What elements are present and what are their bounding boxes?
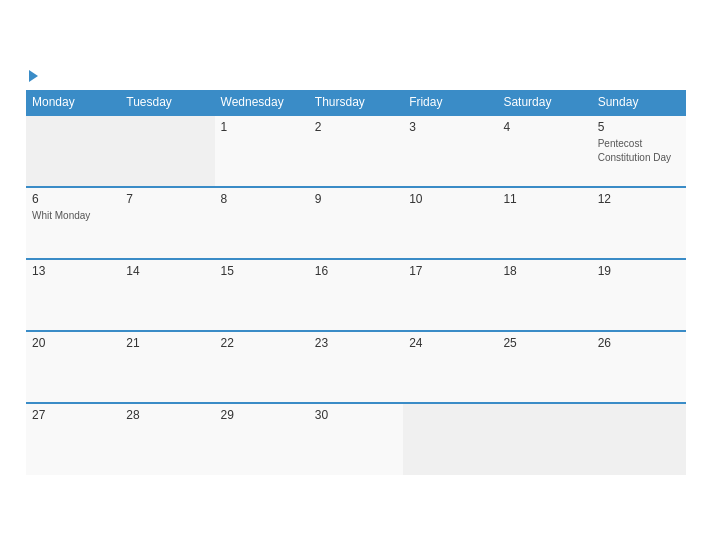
day-number: 9 [315,192,397,206]
logo [26,70,38,82]
logo-line2 [26,70,38,82]
day-number: 3 [409,120,491,134]
week-row-5: 27282930 [26,403,686,475]
day-number: 1 [221,120,303,134]
day-number: 23 [315,336,397,350]
calendar-cell: 9 [309,187,403,259]
col-header-thursday: Thursday [309,90,403,115]
day-number: 8 [221,192,303,206]
calendar-cell: 7 [120,187,214,259]
calendar-cell: 15 [215,259,309,331]
calendar-cell: 6Whit Monday [26,187,120,259]
calendar-cell: 11 [497,187,591,259]
day-number: 24 [409,336,491,350]
calendar-cell: 25 [497,331,591,403]
calendar-cell: 23 [309,331,403,403]
holiday-label: PentecostConstitution Day [598,138,671,163]
calendar-cell: 27 [26,403,120,475]
day-number: 4 [503,120,585,134]
logo-triangle-icon [29,70,38,82]
calendar-cell: 16 [309,259,403,331]
calendar-cell: 28 [120,403,214,475]
day-number: 18 [503,264,585,278]
holiday-label: Whit Monday [32,210,90,221]
day-number: 14 [126,264,208,278]
calendar-cell [403,403,497,475]
calendar-grid: MondayTuesdayWednesdayThursdayFridaySatu… [26,90,686,475]
day-number: 19 [598,264,680,278]
calendar-cell [497,403,591,475]
day-number: 7 [126,192,208,206]
calendar-cell: 20 [26,331,120,403]
week-row-3: 13141516171819 [26,259,686,331]
calendar-cell: 4 [497,115,591,187]
day-number: 5 [598,120,680,134]
day-number: 13 [32,264,114,278]
calendar-cell [26,115,120,187]
col-header-sunday: Sunday [592,90,686,115]
calendar-cell: 14 [120,259,214,331]
calendar-cell: 21 [120,331,214,403]
calendar-cell: 1 [215,115,309,187]
calendar-cell: 26 [592,331,686,403]
calendar-cell: 5PentecostConstitution Day [592,115,686,187]
day-number: 2 [315,120,397,134]
calendar-cell: 17 [403,259,497,331]
calendar-cell: 30 [309,403,403,475]
day-number: 6 [32,192,114,206]
calendar-cell [120,115,214,187]
week-row-2: 6Whit Monday789101112 [26,187,686,259]
calendar-cell: 8 [215,187,309,259]
day-number: 17 [409,264,491,278]
col-header-tuesday: Tuesday [120,90,214,115]
calendar-cell: 19 [592,259,686,331]
day-number: 15 [221,264,303,278]
calendar-cell: 3 [403,115,497,187]
day-number: 25 [503,336,585,350]
day-number: 27 [32,408,114,422]
day-number: 16 [315,264,397,278]
day-number: 20 [32,336,114,350]
calendar-cell: 13 [26,259,120,331]
calendar-cell: 29 [215,403,309,475]
col-header-saturday: Saturday [497,90,591,115]
day-number: 22 [221,336,303,350]
week-row-4: 20212223242526 [26,331,686,403]
calendar-cell: 22 [215,331,309,403]
day-number: 26 [598,336,680,350]
calendar-header-row: MondayTuesdayWednesdayThursdayFridaySatu… [26,90,686,115]
day-number: 10 [409,192,491,206]
day-number: 11 [503,192,585,206]
calendar-cell: 2 [309,115,403,187]
calendar-cell: 10 [403,187,497,259]
calendar-cell: 18 [497,259,591,331]
week-row-1: 12345PentecostConstitution Day [26,115,686,187]
calendar-body: 12345PentecostConstitution Day6Whit Mond… [26,115,686,475]
calendar-cell: 24 [403,331,497,403]
calendar-cell: 12 [592,187,686,259]
col-header-wednesday: Wednesday [215,90,309,115]
day-number: 12 [598,192,680,206]
col-header-monday: Monday [26,90,120,115]
calendar-header [26,70,686,82]
day-number: 21 [126,336,208,350]
day-number: 28 [126,408,208,422]
calendar-container: MondayTuesdayWednesdayThursdayFridaySatu… [11,60,701,490]
col-header-friday: Friday [403,90,497,115]
calendar-cell [592,403,686,475]
day-number: 30 [315,408,397,422]
day-number: 29 [221,408,303,422]
